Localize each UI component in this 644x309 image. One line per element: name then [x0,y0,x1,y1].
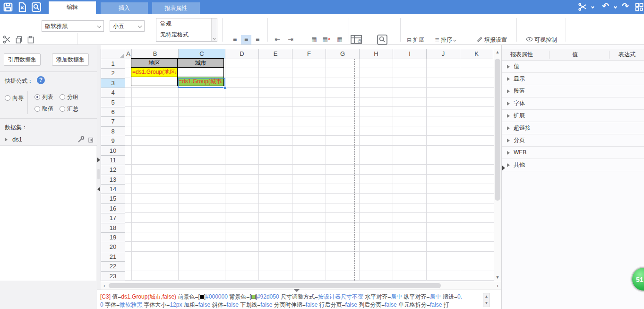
column-header-I[interactable]: I [393,49,427,59]
radio-value[interactable]: 取值 [34,105,53,113]
row-header-12[interactable]: 12 [101,165,125,175]
dataset-item-ds1[interactable]: ds1 [0,134,97,146]
property-section-5[interactable]: 超链接 [502,122,644,134]
row-header-5[interactable]: 5 [101,97,125,107]
splitter-grip[interactable] [97,169,100,179]
copy-icon[interactable] [15,35,24,44]
property-section-3[interactable]: 字体 [502,97,644,110]
expand-triangle-icon[interactable] [5,138,8,141]
row-header-6[interactable]: 6 [101,107,125,117]
column-header-C[interactable]: C [178,49,225,59]
insert-column-button[interactable]: ▦ [335,35,345,44]
row-header-3[interactable]: 3 [101,78,125,88]
section-expand-icon[interactable] [507,77,510,81]
help-icon[interactable]: ? [37,76,45,84]
row-header-11[interactable]: 11 [101,155,125,165]
radio-list[interactable]: 列表 [34,93,53,101]
row-header-17[interactable]: 17 [101,213,125,223]
fill-settings-button[interactable]: 填报设置 [476,35,507,44]
row-header-4[interactable]: 4 [101,88,125,97]
layout-grid-icon[interactable] [635,2,644,13]
preview-icon[interactable] [31,2,42,12]
chevron-down-icon[interactable] [614,4,617,11]
horizontal-scrollbar[interactable]: ‹ › [101,282,501,290]
section-expand-icon[interactable] [507,89,510,93]
cell-C1[interactable]: 城市 [177,58,224,68]
row-header-20[interactable]: 20 [101,242,125,252]
row-header-7[interactable]: 7 [101,116,125,126]
collapse-statusbar-icon[interactable] [294,289,300,292]
expand-button[interactable]: ⊟扩展 [407,35,424,44]
cell-C3[interactable]: =ds1.Group(城市↓ [177,77,224,86]
delete-row-button[interactable]: ▦× [321,35,332,44]
scroll-left-icon[interactable]: ‹ [102,282,107,289]
column-header-J[interactable]: J [426,49,460,59]
sort-button[interactable]: ≣排序 [435,35,456,44]
property-section-8[interactable]: 其他 [502,159,644,171]
cell-format-listbox[interactable]: 常规无特定格式 [156,18,217,42]
row-header-2[interactable]: 2 [101,68,125,78]
column-header-G[interactable]: G [326,49,360,59]
tab-report-properties[interactable]: 报表属性 [152,2,200,14]
increase-indent-button[interactable]: ⇥ [285,35,296,44]
add-dataset-button[interactable]: 添加数据集 [52,53,89,66]
align-top-button[interactable]: ≡ [230,35,240,44]
status-scroll-arrows[interactable]: ▲▼ [483,293,490,307]
column-header-H[interactable]: H [359,49,393,59]
scissors-tool-icon[interactable] [578,3,589,13]
scroll-up-icon[interactable]: ▲ [494,50,501,54]
reference-dataset-button[interactable]: 引用数据集 [4,53,41,66]
row-header-13[interactable]: 13 [101,175,125,185]
chevron-down-icon[interactable] [592,4,594,11]
format-list-scrollbar[interactable] [211,18,217,41]
cell-C2[interactable] [177,67,224,77]
row-header-21[interactable]: 21 [101,252,125,262]
property-section-2[interactable]: 段落 [502,85,644,97]
scroll-right-icon[interactable]: › [495,282,500,289]
row-header-1[interactable]: 1 [101,59,125,69]
section-expand-icon[interactable] [507,102,510,106]
column-header-B[interactable]: B [131,49,179,59]
section-expand-icon[interactable] [507,151,510,155]
property-section-6[interactable]: 分页 [502,134,644,147]
radio-summary[interactable]: 汇总 [60,105,78,113]
tab-insert[interactable]: 插入 [101,2,148,14]
cell-B3[interactable] [131,77,178,86]
font-size-select[interactable]: 小五 [110,20,145,32]
row-header-22[interactable]: 22 [101,261,125,271]
cell-B1[interactable]: 地区 [131,58,178,68]
row-header-16[interactable]: 16 [101,203,125,213]
align-middle-button[interactable]: ≡ [241,35,251,44]
section-expand-icon[interactable] [507,163,510,167]
undo-icon[interactable]: ↶ [602,1,609,11]
insert-row-button[interactable]: ▦ [309,35,319,44]
row-header-8[interactable]: 8 [101,126,125,136]
row-header-10[interactable]: 10 [101,146,125,156]
row-header-23[interactable]: 23 [101,271,125,281]
collapse-right-arrow-icon[interactable] [97,158,100,162]
section-expand-icon[interactable] [507,114,510,118]
font-family-select[interactable]: 微软雅黑 [42,20,104,32]
delete-dataset-icon[interactable] [87,136,94,144]
radio-group[interactable]: 分组 [60,93,78,101]
row-header-18[interactable]: 18 [101,223,125,233]
format-item-1[interactable]: 无特定格式 [156,29,217,40]
property-section-0[interactable]: 值 [502,61,644,73]
horizontal-scroll-thumb[interactable] [109,283,441,288]
column-header-F[interactable]: F [292,49,326,59]
row-header-19[interactable]: 19 [101,232,125,242]
vertical-scroll-thumb[interactable] [495,59,500,201]
selection-resize-handle[interactable] [223,86,227,89]
edit-dataset-icon[interactable] [77,136,85,144]
collapse-left-arrow-icon[interactable] [97,187,100,192]
section-expand-icon[interactable] [507,139,510,142]
left-splitter[interactable] [97,45,101,290]
column-header-E[interactable]: E [258,49,292,59]
property-section-7[interactable]: WEB [502,147,644,159]
row-header-15[interactable]: 15 [101,194,125,203]
column-header-K[interactable]: K [460,49,493,59]
row-header-9[interactable]: 9 [101,136,125,146]
decrease-indent-button[interactable]: ⇤ [272,35,283,44]
paste-icon[interactable] [26,35,36,44]
section-expand-icon[interactable] [507,65,510,69]
